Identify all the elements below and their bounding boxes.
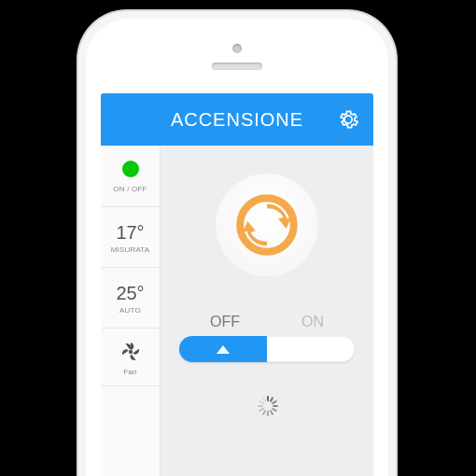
auto-value: 25° [116,283,144,304]
measured-label: MISURATA [111,245,150,254]
sidebar-item-auto[interactable]: 25° AUTO [101,268,160,329]
sidebar-item-onoff[interactable]: ON / OFF [101,146,160,207]
toggle-on-label: ON [301,314,324,330]
camera-dot [232,44,242,53]
sidebar-onoff-label: ON / OFF [113,185,147,193]
svg-point-0 [128,350,132,354]
caret-up-icon [217,345,230,354]
toggle-track[interactable] [179,336,355,362]
phone-inner: ACCENSIONE ON / OFF 17° MISURATA [86,19,388,476]
toggle-thumb[interactable] [179,336,267,362]
fan-icon [119,340,143,364]
main-panel: OFF ON [161,146,373,476]
toggle-off-label: OFF [210,314,240,330]
sidebar: ON / OFF 17° MISURATA 25° AUTO [101,146,161,476]
sidebar-item-measured[interactable]: 17° MISURATA [101,207,160,268]
app-header: ACCENSIONE [101,93,373,146]
mode-icon-badge [216,174,318,276]
fan-label: Fan [123,368,136,376]
speaker-slot [212,63,262,70]
auto-label: AUTO [119,306,141,315]
gear-icon [336,107,360,132]
toggle-labels: OFF ON [179,314,355,330]
refresh-icon [230,188,304,262]
phone-frame: ACCENSIONE ON / OFF 17° MISURATA [78,11,396,476]
content-area: ON / OFF 17° MISURATA 25° AUTO [101,146,373,476]
loading-spinner-icon [257,396,277,416]
screen: ACCENSIONE ON / OFF 17° MISURATA [101,93,373,476]
phone-top [91,24,383,90]
settings-button[interactable] [336,107,360,132]
status-dot-icon [122,161,139,177]
page-title: ACCENSIONE [171,109,303,131]
measured-value: 17° [116,222,144,244]
power-toggle[interactable]: OFF ON [179,314,355,362]
sidebar-item-fan[interactable]: Fan [101,329,160,386]
